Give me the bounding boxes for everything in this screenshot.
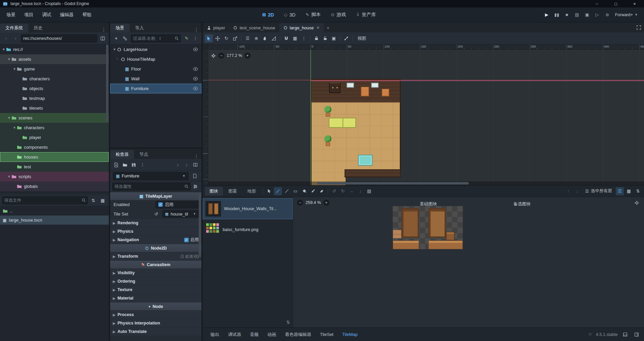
bucket-tool-icon[interactable] — [300, 187, 308, 195]
redo-icon[interactable]: ↻ — [339, 187, 347, 195]
file-item-large-house[interactable]: ▦ large_house.tscn — [0, 216, 109, 225]
new-resource-icon[interactable] — [112, 161, 120, 169]
play-custom-scene-button[interactable]: ▷ — [593, 10, 602, 19]
collapse-icon[interactable]: ▼ — [7, 57, 11, 61]
dock-options-icon[interactable]: ⋮ — [99, 27, 109, 32]
instance-scene-icon[interactable] — [121, 34, 129, 42]
toggle-split-mode-icon[interactable] — [99, 34, 107, 42]
menu-editor[interactable]: 编辑器 — [56, 10, 78, 20]
view-menu-button[interactable]: 视图 — [355, 34, 369, 42]
rect-tool-icon[interactable]: ▭ — [291, 187, 299, 195]
tree-item-components[interactable]: components — [0, 142, 109, 152]
collapse-icon[interactable]: ▼ — [1, 48, 6, 51]
visibility-eye-icon[interactable] — [193, 76, 198, 81]
group-auto-translate[interactable]: ▶Auto Translate — [110, 327, 201, 336]
remote-debug-icon[interactable]: ⊚ — [603, 10, 612, 19]
brick-tile[interactable] — [393, 230, 401, 238]
group-texture[interactable]: ▶Texture — [110, 285, 201, 294]
tree-item-testmap[interactable]: testmap — [0, 93, 109, 103]
tree-item-res[interactable]: ▼ res:// — [0, 45, 109, 54]
tree-item-scenes[interactable]: ▼ scenes — [0, 113, 109, 123]
pivot-tool-icon[interactable]: ⊕ — [252, 34, 260, 42]
list-view-icon[interactable]: ☰ — [616, 187, 624, 195]
dock-options-icon[interactable]: ⋮ — [191, 153, 201, 159]
play-scene-button[interactable]: ▣ — [583, 10, 591, 19]
zoom-level[interactable]: 177.2 % — [227, 53, 242, 58]
filter-files-input[interactable] — [2, 196, 88, 204]
selection-list-icon[interactable]: ☰ — [244, 34, 252, 42]
close-tab-icon[interactable]: ✕ — [317, 26, 320, 30]
collapse-icon[interactable]: ▼ — [7, 175, 11, 178]
snap-options-icon[interactable]: ⋮ — [300, 34, 308, 42]
bottom-tab-tilemap[interactable]: TileMap — [338, 332, 362, 337]
minimize-button[interactable]: ─ — [587, 0, 606, 7]
zoom-in-button[interactable]: + — [323, 200, 329, 206]
tab-import[interactable]: 导入 — [130, 24, 149, 32]
new-scene-tab-button[interactable]: + — [324, 23, 332, 32]
center-view-icon[interactable] — [211, 53, 216, 58]
tile-source-furniture[interactable]: baisc_furniture.png — [203, 219, 293, 240]
node-housetilemap[interactable]: └ HouseTileMap — [110, 54, 201, 64]
load-resource-icon[interactable] — [121, 161, 129, 169]
nav-back-button[interactable]: ‹ — [2, 34, 10, 42]
dock-options-icon[interactable]: ⋮ — [191, 27, 201, 32]
group-process[interactable]: ▶Process — [110, 310, 201, 319]
sort-sources-icon[interactable]: ⇅ — [634, 187, 642, 195]
2d-canvas[interactable]: − 177.2 % + — [208, 50, 644, 185]
rotate-tool-button[interactable]: ↻ — [222, 34, 230, 42]
filter-properties-input[interactable] — [112, 182, 191, 191]
tree-item-assets[interactable]: ▼ assets — [0, 54, 109, 64]
stop-button[interactable]: ■ — [562, 10, 571, 19]
pause-button[interactable]: ▮▮ — [552, 10, 561, 19]
picker-tool-icon[interactable] — [309, 187, 317, 195]
bottom-tab-debugger[interactable]: 调试器 — [224, 332, 246, 338]
tab-inspector[interactable]: 检查器 — [110, 150, 134, 159]
group-navigation[interactable]: ▶Navigation ✓启用 — [110, 235, 201, 244]
file-item-parent[interactable]: .. — [0, 206, 109, 216]
mode-script[interactable]: ✎脚本 — [300, 12, 326, 18]
skeleton-options-icon[interactable] — [342, 34, 350, 42]
sort-files-icon[interactable]: ⇅ — [89, 196, 97, 204]
resource-options-icon[interactable]: ⋮ — [138, 161, 147, 169]
layer-select-dropdown[interactable]: ☰ 选中所有层 — [582, 188, 615, 194]
node-wall[interactable]: ▦ Wall — [110, 74, 201, 84]
mode-assetlib[interactable]: ⇩资产库 — [351, 12, 381, 18]
door-tile[interactable] — [401, 208, 419, 238]
history-forward-icon[interactable]: › — [183, 161, 191, 169]
node-floor[interactable]: ▦ Floor — [110, 64, 201, 74]
wall-tile[interactable] — [393, 240, 419, 249]
group-visibility[interactable]: ▶Visibility — [110, 268, 201, 277]
select-tool-button[interactable] — [205, 34, 213, 42]
attach-script-icon[interactable]: ✎ — [183, 34, 191, 42]
zoom-out-button[interactable]: − — [218, 53, 224, 59]
nav-forward-button[interactable]: › — [11, 34, 20, 42]
ruler-tool-button[interactable] — [270, 34, 278, 42]
scene-tab-player[interactable]: player — [203, 23, 229, 32]
visibility-eye-icon[interactable] — [193, 47, 198, 52]
tab-terrain[interactable]: 地形 — [243, 187, 261, 196]
extra-resource-options-icon[interactable] — [191, 172, 199, 180]
move-layer-down-icon[interactable]: ↓ — [573, 187, 581, 195]
history-back-icon[interactable]: ‹ — [174, 161, 182, 169]
open-docs-icon[interactable] — [191, 161, 199, 169]
maximize-button[interactable]: ▢ — [606, 0, 625, 7]
tree-item-scripts[interactable]: ▼ scripts — [0, 172, 109, 181]
grid-snap-icon[interactable]: ▦ — [291, 34, 299, 42]
renderer-select[interactable]: Forward+ ▼ — [613, 12, 640, 17]
hscrollbar-thumb[interactable] — [317, 182, 469, 184]
scene-filter-input[interactable] — [131, 34, 181, 42]
bottom-tab-animation[interactable]: 动画 — [263, 332, 281, 338]
path-input[interactable] — [21, 34, 97, 42]
group-material[interactable]: ▶Material — [110, 294, 201, 302]
pin-bottom-panel-icon[interactable] — [633, 331, 641, 339]
move-tool-button[interactable] — [214, 34, 222, 42]
eraser-tool-icon[interactable] — [318, 187, 326, 195]
sort-sources-icon[interactable]: ⇅ — [286, 320, 290, 325]
atlas-zoom-level[interactable]: 259.4 % — [305, 200, 321, 205]
lock-icon[interactable] — [312, 34, 320, 42]
collapse-icon[interactable]: ▼ — [112, 48, 117, 51]
tree-item-game[interactable]: ▼ game — [0, 64, 109, 74]
revert-icon[interactable]: ↺ — [152, 210, 160, 218]
mode-2d[interactable]: ⊞2D — [257, 12, 279, 18]
distraction-free-icon[interactable] — [636, 25, 641, 30]
